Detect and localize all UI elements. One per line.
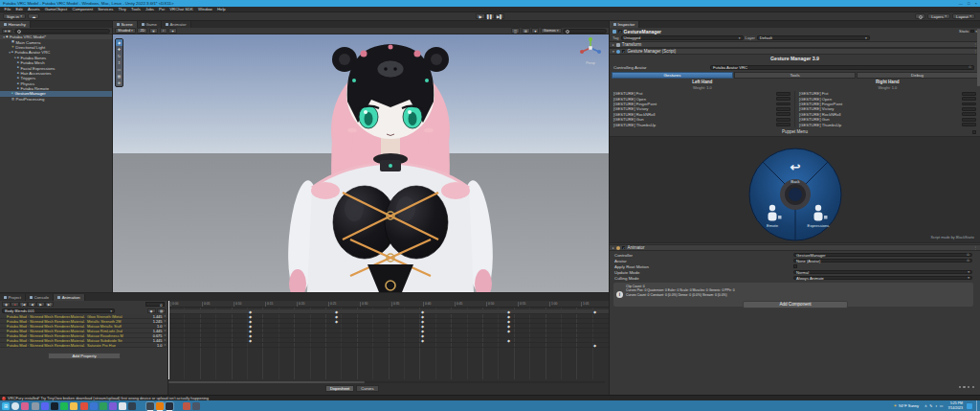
- scene-tool-icon-1[interactable]: ⊞: [522, 28, 530, 34]
- keyframe-diamond[interactable]: ◆: [335, 310, 338, 314]
- menu-jobs[interactable]: Jobs: [143, 7, 156, 11]
- tab-animator[interactable]: Animator: [162, 21, 191, 28]
- gesture-edit-button[interactable]: [962, 118, 976, 122]
- keyframe-diamond[interactable]: ◆: [421, 310, 424, 314]
- extra-app-1-icon[interactable]: [183, 402, 190, 410]
- shading-mode-dropdown[interactable]: Shaded▾: [115, 28, 136, 34]
- scale-tool[interactable]: ⇕: [116, 59, 122, 66]
- menu-assets[interactable]: Assets: [25, 7, 42, 11]
- minimize-button[interactable]: —: [959, 1, 963, 6]
- layers-dropdown[interactable]: Layers▾: [927, 13, 950, 20]
- custom-tool[interactable]: ⊕: [116, 80, 122, 86]
- kebab-menu-icon[interactable]: ⋮: [973, 245, 977, 250]
- maximize-button[interactable]: □: [968, 1, 970, 6]
- menu-gameobject[interactable]: GameObject: [42, 7, 70, 11]
- layer-dropdown[interactable]: Default▾: [757, 35, 870, 40]
- add-keyframe-button[interactable]: ◆: [147, 308, 156, 314]
- foldout-icon[interactable]: ▾: [612, 50, 614, 54]
- static-checkbox[interactable]: [970, 30, 974, 34]
- tab-project[interactable]: Project: [0, 294, 26, 301]
- keyframe-diamond[interactable]: ◆: [421, 339, 424, 343]
- menu-component[interactable]: Component: [70, 7, 96, 11]
- gesture-edit-button[interactable]: [776, 123, 791, 126]
- gesture-edit-button[interactable]: [962, 107, 976, 111]
- gesture-edit-button[interactable]: [776, 118, 791, 122]
- keyframe-diamond[interactable]: ◆: [249, 334, 252, 338]
- gesture-edit-button[interactable]: [962, 103, 976, 106]
- search-icon[interactable]: [11, 402, 19, 410]
- keyframe-diamond[interactable]: ◆: [249, 320, 252, 324]
- animator-component-header[interactable]: ▸ ✓ Animator ⋮: [610, 244, 980, 251]
- animator-update-mode-field[interactable]: Normal▾: [793, 270, 972, 275]
- gesture-edit-button[interactable]: [776, 97, 791, 101]
- transform-component-header[interactable]: ▸ Transform ⋮: [610, 41, 980, 48]
- animator-avatar-field[interactable]: None (Avatar)⊙: [793, 259, 972, 263]
- component-enabled-checkbox[interactable]: ✓: [622, 50, 626, 54]
- foldout-icon[interactable]: ▸: [612, 246, 614, 250]
- gesture-edit-button[interactable]: [962, 112, 976, 116]
- add-property-button[interactable]: Add Property: [48, 353, 121, 359]
- tab-inspector[interactable]: Inspector: [610, 21, 639, 28]
- view-tool[interactable]: ◈: [116, 39, 122, 46]
- tab-game[interactable]: Game: [138, 21, 162, 28]
- keyframe-diamond[interactable]: ◆: [421, 330, 424, 333]
- menu-thry[interactable]: Thry: [116, 7, 129, 11]
- projection-label[interactable]: Persp: [576, 61, 605, 65]
- pinned-app-7-icon[interactable]: [80, 402, 88, 410]
- puppet-menu-toggle[interactable]: [972, 130, 976, 134]
- menu-vrchat-sdk[interactable]: VRChat SDK: [167, 7, 196, 11]
- tab-scene[interactable]: Scene: [113, 21, 138, 28]
- object-picker-icon[interactable]: ⊙: [969, 65, 971, 69]
- gesture-edit-button[interactable]: [962, 92, 976, 96]
- keyframe-diamond[interactable]: ◆: [507, 330, 510, 333]
- orientation-gizmo[interactable]: Persp: [576, 36, 605, 69]
- menu-tools[interactable]: Tools: [128, 7, 143, 11]
- running-app-vrchat-icon[interactable]: [166, 402, 173, 410]
- create-object-button[interactable]: + ▾: [2, 29, 12, 34]
- keyframe-diamond[interactable]: ◆: [507, 320, 510, 324]
- keyframe-diamond[interactable]: ◆: [507, 315, 510, 319]
- apply-root-motion-checkbox[interactable]: [793, 264, 797, 268]
- keyframe-diamond[interactable]: ◆: [249, 325, 252, 329]
- toggle-dopesheet[interactable]: Dopesheet: [325, 385, 354, 392]
- gesture-edit-button[interactable]: [962, 97, 976, 101]
- pinned-app-10-icon[interactable]: [109, 402, 117, 410]
- scene-viewport[interactable]: ◈✚↻⇕▭▦⊕ Persp: [113, 34, 609, 292]
- tab-animation[interactable]: Animation: [54, 294, 85, 301]
- keyframe-diamond[interactable]: ◆: [335, 320, 338, 324]
- chevron-down-icon[interactable]: ▾: [164, 314, 166, 318]
- menu-poi[interactable]: Poi: [156, 7, 167, 11]
- play-button[interactable]: ▶: [36, 302, 45, 308]
- keyframe-diamond[interactable]: ◆: [249, 310, 252, 314]
- keyframe-diamond[interactable]: ◆: [421, 315, 424, 319]
- tray-chevron-icon[interactable]: ∧: [924, 403, 927, 408]
- toggle-2d[interactable]: 2D: [137, 28, 147, 34]
- show-desktop-button[interactable]: [976, 400, 978, 411]
- playhead[interactable]: [168, 301, 169, 379]
- tab-console[interactable]: Console: [26, 294, 54, 301]
- tab-hierarchy[interactable]: Hierarchy: [0, 21, 31, 28]
- chevron-down-icon[interactable]: ▾: [164, 319, 166, 323]
- chevron-down-icon[interactable]: ▾: [164, 333, 166, 337]
- gesture-edit-button[interactable]: [776, 107, 791, 111]
- horizontal-scrollbar[interactable]: [168, 381, 605, 384]
- gm-tab-debug[interactable]: Debug: [857, 72, 978, 79]
- gameobject-name[interactable]: GestureManager: [624, 29, 661, 34]
- close-button[interactable]: ×: [975, 1, 977, 6]
- foldout-icon[interactable]: ▸: [612, 43, 614, 47]
- clip-dropdown[interactable]: Body Blends 001▾: [2, 308, 115, 313]
- weather-widget[interactable]: ☀ 94°F Sunny: [894, 403, 920, 408]
- keyframe-diamond[interactable]: ◆: [507, 339, 510, 343]
- pinned-app-4-icon[interactable]: [51, 402, 58, 410]
- keyframe-diamond[interactable]: ◆: [507, 310, 510, 314]
- pinned-app-3-icon[interactable]: [41, 402, 49, 410]
- keyframe-diamond[interactable]: ◆: [249, 330, 252, 333]
- record-button[interactable]: ●: [11, 302, 19, 308]
- keyframe-diamond[interactable]: ◆: [421, 325, 424, 329]
- puppet-option-back[interactable]: Back: [791, 179, 800, 184]
- tray-volume-icon[interactable]: ◗: [935, 404, 937, 408]
- puppet-radial-menu[interactable]: ↩ BackEmoteExpressions: [610, 137, 980, 244]
- time-ruler[interactable]: 0:000:050:100:150:200:250:300:350:400:45…: [168, 301, 609, 308]
- transform-tool[interactable]: ▦: [116, 73, 122, 80]
- notifications-icon[interactable]: [967, 403, 972, 409]
